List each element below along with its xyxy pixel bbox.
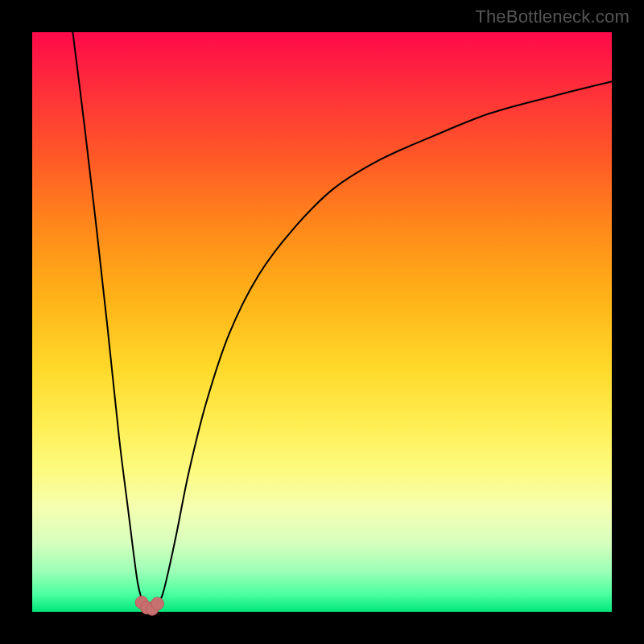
plot-area bbox=[32, 32, 612, 612]
chart-frame: TheBottleneck.com bbox=[0, 0, 644, 644]
curve-right-branch bbox=[158, 81, 612, 605]
chart-svg bbox=[32, 32, 612, 612]
marker-point-3 bbox=[151, 597, 164, 610]
attribution-label: TheBottleneck.com bbox=[475, 6, 630, 27]
curve-group bbox=[72, 32, 612, 608]
marker-group bbox=[135, 597, 163, 616]
curve-left-branch bbox=[72, 32, 144, 605]
